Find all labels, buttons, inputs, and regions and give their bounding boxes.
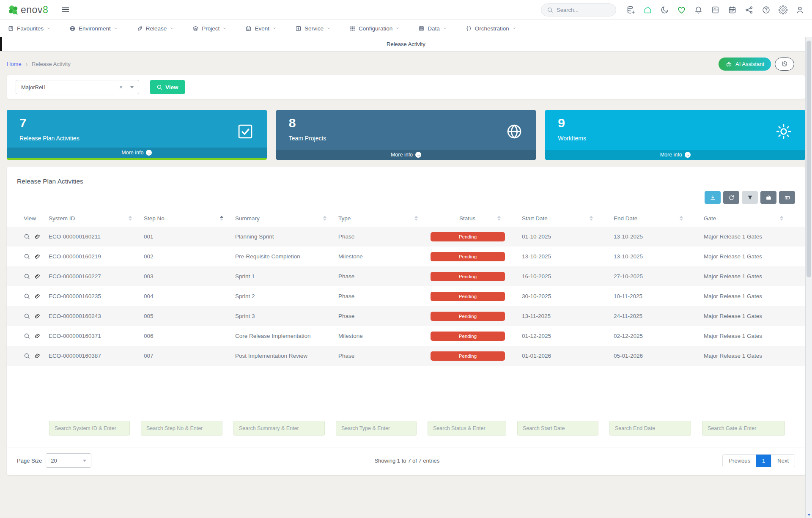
view-record-icon[interactable] bbox=[24, 253, 30, 260]
arrow-right-circle-icon: → bbox=[146, 150, 152, 156]
table-row: ECO-000000160211 001 Planning Sprint Pha… bbox=[7, 227, 805, 247]
attachment-icon[interactable] bbox=[34, 293, 41, 299]
columns-button[interactable] bbox=[779, 191, 795, 204]
filter-button[interactable] bbox=[742, 191, 758, 204]
more-info-link[interactable]: More info → bbox=[276, 150, 536, 160]
nav-item-event[interactable]: Event bbox=[245, 25, 277, 32]
view-record-icon[interactable] bbox=[24, 273, 30, 280]
gear-icon[interactable] bbox=[779, 5, 787, 14]
more-info-link[interactable]: More info → bbox=[545, 150, 805, 160]
attachment-icon[interactable] bbox=[34, 333, 41, 339]
chevron-down-icon bbox=[443, 26, 447, 30]
previous-page-button[interactable]: Previous bbox=[723, 455, 756, 467]
nav-item-favourites[interactable]: Favourites bbox=[8, 25, 51, 32]
column-header-type[interactable]: Type bbox=[338, 210, 430, 227]
box-arrow-icon bbox=[295, 25, 302, 32]
attachment-icon[interactable] bbox=[34, 233, 41, 240]
menu-icon[interactable] bbox=[61, 5, 70, 14]
attachment-icon[interactable] bbox=[34, 273, 41, 280]
titlebar: Release Activity bbox=[0, 37, 812, 52]
heart-icon[interactable] bbox=[677, 5, 686, 14]
download-button[interactable] bbox=[705, 191, 721, 204]
history-button[interactable] bbox=[775, 58, 794, 71]
next-page-button[interactable]: Next bbox=[771, 455, 795, 467]
status-cell: Pending bbox=[430, 312, 513, 321]
nav-item-environment[interactable]: Environment bbox=[69, 25, 118, 32]
archive-icon[interactable] bbox=[711, 5, 720, 14]
vertical-scrollbar[interactable] bbox=[805, 37, 812, 518]
breadcrumb-home-link[interactable]: Home bbox=[7, 61, 22, 67]
logo-accent: 8 bbox=[43, 4, 48, 15]
column-header-start-date[interactable]: Start Date bbox=[513, 210, 605, 227]
column-header-summary[interactable]: Summary bbox=[235, 210, 338, 227]
nav-item-service[interactable]: Service bbox=[295, 25, 331, 32]
view-cell bbox=[17, 293, 49, 299]
global-search[interactable] bbox=[541, 3, 616, 16]
home-icon[interactable] bbox=[643, 5, 652, 14]
current-page-button[interactable]: 1 bbox=[756, 455, 771, 467]
column-search-input-4[interactable] bbox=[428, 421, 506, 436]
column-header-gate[interactable]: Gate bbox=[695, 210, 795, 227]
clear-selection-icon[interactable]: × bbox=[119, 84, 123, 90]
sort-arrows-icon bbox=[414, 216, 418, 221]
page-title: Release Activity bbox=[387, 41, 425, 47]
enov8-logo[interactable]: enov8 bbox=[8, 4, 48, 16]
release-select[interactable]: MajorRel1 × bbox=[16, 80, 139, 94]
column-header-end-date[interactable]: End Date bbox=[605, 210, 695, 227]
nav-item-orchestration[interactable]: Orchestration bbox=[466, 25, 516, 32]
column-search-input-3[interactable] bbox=[336, 421, 417, 436]
bell-icon[interactable] bbox=[694, 5, 703, 14]
help-icon[interactable] bbox=[762, 5, 771, 14]
attachment-icon[interactable] bbox=[34, 313, 41, 319]
more-info-link[interactable]: More info → bbox=[7, 148, 267, 158]
attachment-icon[interactable] bbox=[34, 353, 41, 359]
scrollbar-thumb[interactable] bbox=[807, 41, 811, 277]
column-header-status[interactable]: Status bbox=[430, 210, 513, 227]
card-label: Team Projects bbox=[289, 135, 536, 142]
page-size-select[interactable]: 20 bbox=[46, 453, 91, 468]
column-search-input-6[interactable] bbox=[609, 421, 691, 436]
user-icon[interactable] bbox=[796, 5, 804, 14]
view-button[interactable]: View bbox=[150, 80, 185, 94]
type-cell: Phase bbox=[338, 313, 430, 319]
status-cell: Pending bbox=[430, 292, 513, 301]
end-date-cell: 13-10-2025 bbox=[605, 253, 695, 260]
column-search-input-5[interactable] bbox=[517, 421, 598, 436]
column-header-step-no[interactable]: Step No bbox=[144, 210, 235, 227]
calendar-icon[interactable] bbox=[728, 5, 737, 14]
view-record-icon[interactable] bbox=[24, 293, 30, 299]
chevron-down-icon bbox=[512, 26, 516, 30]
column-search-input-1[interactable] bbox=[141, 421, 222, 436]
scroll-down-button[interactable] bbox=[806, 511, 812, 518]
main-nav: Favourites Environment Release Project E… bbox=[0, 20, 812, 37]
gate-cell: Major Release 1 Gates bbox=[695, 313, 795, 319]
column-header-system-id[interactable]: System ID bbox=[49, 210, 144, 227]
database-add-icon[interactable] bbox=[626, 5, 635, 14]
nav-item-release[interactable]: Release bbox=[137, 25, 174, 32]
clover-logo-icon bbox=[8, 4, 19, 16]
view-record-icon[interactable] bbox=[24, 333, 30, 339]
column-search-input-0[interactable] bbox=[49, 421, 130, 436]
card-count: 9 bbox=[558, 116, 805, 130]
attachment-icon[interactable] bbox=[34, 253, 41, 260]
view-record-icon[interactable] bbox=[24, 233, 30, 240]
refresh-button[interactable] bbox=[723, 191, 739, 204]
filter-icon bbox=[747, 195, 753, 201]
type-cell: Phase bbox=[338, 353, 430, 359]
view-record-icon[interactable] bbox=[24, 313, 30, 319]
nav-item-data[interactable]: Data bbox=[418, 25, 447, 32]
nav-item-project[interactable]: Project bbox=[192, 25, 227, 32]
search-input[interactable] bbox=[557, 7, 603, 13]
step-no-cell: 005 bbox=[144, 313, 235, 319]
column-search-input-7[interactable] bbox=[702, 421, 785, 436]
ai-assistant-button[interactable]: AI Assistant bbox=[719, 58, 771, 71]
nav-item-configuration[interactable]: Configuration bbox=[349, 25, 400, 32]
grid-icon bbox=[349, 25, 356, 32]
view-record-icon[interactable] bbox=[24, 353, 30, 359]
card-label[interactable]: Release Plan Activities bbox=[19, 135, 267, 142]
select-caret-icon[interactable] bbox=[130, 86, 134, 88]
briefcase-button[interactable] bbox=[760, 191, 776, 204]
column-search-input-2[interactable] bbox=[233, 421, 325, 436]
moon-icon[interactable] bbox=[660, 5, 669, 14]
share-icon[interactable] bbox=[745, 5, 754, 14]
